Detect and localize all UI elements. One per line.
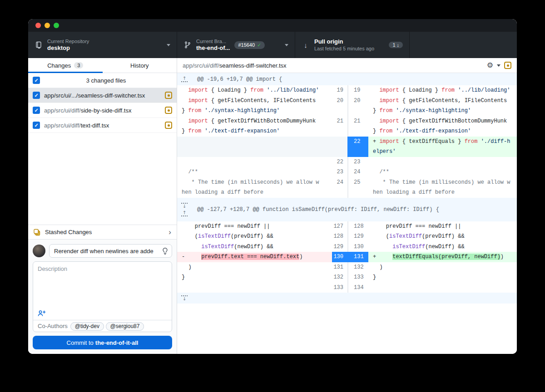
line-number-gutter[interactable]: 132: [332, 272, 347, 283]
diff-body: ↑@@ -19,6 +19,7 @@ import { import { Loa…: [177, 73, 517, 354]
line-number-gutter[interactable]: [347, 126, 368, 137]
line-number-gutter[interactable]: 23: [347, 157, 368, 167]
co-author-pill[interactable]: @sergiou87: [106, 322, 144, 331]
chevron-down-icon[interactable]: [497, 64, 500, 67]
expand-up-icon[interactable]: ↑: [181, 211, 188, 216]
diff-row[interactable]: import { getTextDiffWithBottomDummyHunk2…: [177, 116, 517, 127]
diff-row[interactable]: } from './syntax-highlighting'} from './…: [177, 106, 517, 116]
modified-icon: [504, 62, 511, 69]
diff-row[interactable]: 133134: [177, 283, 517, 293]
expand-up-icon[interactable]: ↑: [181, 76, 188, 82]
code-line: } from './text-diff-expansion': [177, 126, 332, 137]
line-number-gutter[interactable]: [332, 187, 347, 198]
diff-row[interactable]: } from './text-diff-expansion'} from './…: [177, 126, 517, 137]
line-number-gutter[interactable]: [332, 137, 347, 147]
line-number-gutter[interactable]: 21: [332, 116, 347, 127]
zoom-window-button[interactable]: [54, 23, 59, 28]
diff-row[interactable]: hen loading a diff beforehen loading a d…: [177, 187, 517, 198]
line-number-gutter[interactable]: 134: [347, 283, 368, 293]
diff-row[interactable]: * The time (in milliseconds) we allow w2…: [177, 177, 517, 188]
expand-down-icon[interactable]: ↓: [181, 295, 188, 301]
diff-row[interactable]: prevDiff === newDiff ||127128 prevDiff =…: [177, 221, 517, 232]
file-path: app/src/ui/diff/text-diff.tsx: [44, 122, 161, 129]
line-number-gutter[interactable]: 129: [332, 242, 347, 252]
close-window-button[interactable]: [35, 23, 41, 28]
line-number-gutter[interactable]: 21: [347, 116, 368, 127]
co-authors-label: Co-Authors: [38, 323, 68, 329]
line-number-gutter[interactable]: 22: [347, 137, 368, 147]
stashed-changes-row[interactable]: Stashed Changes ›: [28, 225, 177, 240]
line-number-gutter[interactable]: 128: [347, 221, 368, 232]
pull-origin-button[interactable]: ↓ Pull origin Last fetched 5 minutes ago…: [295, 32, 410, 58]
current-repository-dropdown[interactable]: Current Repository desktop: [28, 32, 177, 58]
minimize-window-button[interactable]: [45, 23, 50, 28]
line-number-gutter[interactable]: 131: [332, 262, 347, 273]
line-number-gutter[interactable]: 128: [332, 231, 347, 242]
file-row[interactable]: ✓app/src/ui/diff/side-by-side-diff.tsx: [28, 103, 177, 118]
add-co-author-button[interactable]: [38, 310, 167, 317]
file-checkbox[interactable]: ✓: [33, 92, 40, 99]
commit-summary-input[interactable]: Rerender diff when newlines are adde: [49, 244, 172, 258]
line-number-gutter[interactable]: 25: [347, 177, 368, 188]
file-list: ✓app/src/ui/.../seamless-diff-switcher.t…: [28, 88, 177, 133]
diff-row[interactable]: 2223: [177, 157, 517, 167]
select-all-checkbox[interactable]: ✓: [33, 77, 40, 84]
line-number-gutter[interactable]: [347, 187, 368, 198]
line-number-gutter[interactable]: 24: [332, 177, 347, 188]
diff-row[interactable]: elpers': [177, 147, 517, 157]
expand-down-icon[interactable]: ↓: [181, 203, 188, 209]
line-number-gutter[interactable]: 131: [347, 252, 368, 262]
gear-icon[interactable]: ⚙: [487, 62, 493, 69]
diff-pane: app/src/ui/diff/seamless-diff-switcher.t…: [177, 58, 517, 354]
line-number-gutter[interactable]: 132: [347, 262, 368, 273]
line-number-gutter[interactable]: 129: [347, 231, 368, 242]
diff-row[interactable]: }132133}: [177, 272, 517, 283]
line-number-gutter[interactable]: 24: [347, 167, 368, 177]
line-number-gutter[interactable]: [332, 106, 347, 116]
code-line: /**: [177, 167, 332, 177]
file-checkbox[interactable]: ✓: [33, 107, 40, 114]
modified-icon: [165, 107, 172, 114]
co-author-pills: @tidy-dev @sergiou87: [70, 323, 144, 329]
line-number-gutter[interactable]: 127: [332, 221, 347, 232]
line-number-gutter[interactable]: 130: [347, 242, 368, 252]
code-line: import { getFileContents, IFileContents: [177, 96, 332, 106]
line-number-gutter[interactable]: 133: [347, 272, 368, 283]
current-branch-dropdown[interactable]: Current Bra... the-end-of... #15640 ✓: [177, 32, 295, 58]
pull-count-badge: 1 ↓: [389, 42, 403, 48]
line-number-gutter[interactable]: 20: [332, 96, 347, 106]
diff-row[interactable]: 22+ import { textDiffEquals } from './di…: [177, 137, 517, 147]
commit-button[interactable]: Commit to the-end-of-it-all: [33, 336, 172, 349]
diff-row[interactable]: - prevDiff.text === newDiff.text)130131+…: [177, 252, 517, 262]
file-checkbox[interactable]: ✓: [33, 122, 40, 129]
file-row[interactable]: ✓app/src/ui/.../seamless-diff-switcher.t…: [28, 88, 177, 103]
diff-row[interactable]: )131132 ): [177, 262, 517, 273]
tab-changes[interactable]: Changes 3: [28, 58, 103, 73]
commit-description-input[interactable]: Description: [33, 262, 172, 308]
diff-row[interactable]: isTextDiff(newDiff) &&129130 isTextDiff(…: [177, 242, 517, 252]
pr-badge[interactable]: #15640 ✓: [234, 41, 265, 49]
line-number-gutter[interactable]: 22: [332, 157, 347, 167]
line-number-gutter[interactable]: [347, 106, 368, 116]
line-number-gutter[interactable]: 133: [332, 283, 347, 293]
diff-row[interactable]: /**2324 /**: [177, 167, 517, 177]
lightbulb-icon[interactable]: [162, 248, 168, 255]
line-number-gutter[interactable]: [332, 147, 347, 157]
line-number-gutter[interactable]: 20: [347, 96, 368, 106]
tab-history[interactable]: History: [103, 58, 177, 73]
line-number-gutter[interactable]: [347, 147, 368, 157]
line-number-gutter[interactable]: 19: [347, 85, 368, 96]
line-number-gutter[interactable]: 19: [332, 85, 347, 96]
line-number-gutter[interactable]: 130: [332, 252, 347, 262]
file-row[interactable]: ✓app/src/ui/diff/text-diff.tsx: [28, 118, 177, 133]
diff-row[interactable]: import { Loading } from '../lib/loading'…: [177, 85, 517, 96]
chevron-down-icon: [285, 44, 288, 46]
diff-row[interactable]: (isTextDiff(prevDiff) &&128129 (isTextDi…: [177, 231, 517, 242]
code-line: isTextDiff(newDiff) &&: [177, 242, 332, 252]
diff-row[interactable]: import { getFileContents, IFileContents2…: [177, 96, 517, 106]
co-author-pill[interactable]: @tidy-dev: [70, 322, 104, 331]
line-number-gutter[interactable]: 23: [332, 167, 347, 177]
co-authors-row[interactable]: Co-Authors @tidy-dev @sergiou87: [33, 320, 172, 332]
line-number-gutter[interactable]: [332, 126, 347, 137]
code-line: import { getTextDiffWithBottomDummyHunk: [368, 116, 517, 127]
